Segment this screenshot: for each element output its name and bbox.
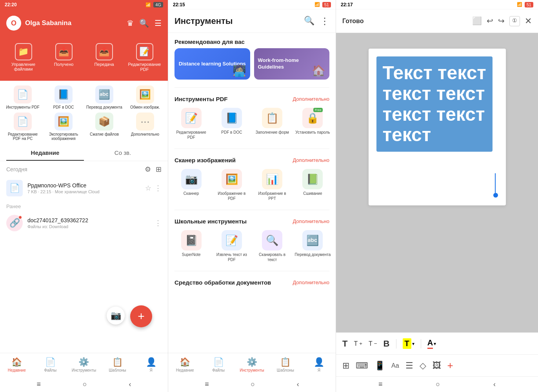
p2-banner-distance[interactable]: Distance learning Solutions 👩‍💻	[174, 48, 250, 80]
p2-tool-img-ppt[interactable]: 📊 Изображение в PPT	[253, 167, 291, 203]
p1-received-icon: 📥	[55, 43, 73, 60]
p3-close-icon[interactable]: ✕	[525, 16, 532, 26]
p3-tb2-image[interactable]: 🖼	[433, 361, 441, 371]
p3-document[interactable]: Текст тексттекст тексттекст тексттекст	[369, 49, 506, 205]
p2-banner-wfh[interactable]: Work-from-home Guidelines 🏠	[254, 48, 330, 80]
p2-pdf-more[interactable]: Дополнительно	[293, 96, 329, 102]
p1-crown-icon[interactable]: ♛	[127, 18, 134, 28]
p3-tb-sep2	[421, 339, 421, 348]
p1-more-icon2[interactable]: ⋮	[154, 184, 162, 192]
p3-tb2-list[interactable]: ☰	[405, 361, 413, 371]
p2-tool-extract-text[interactable]: 📝 Извлечь текст из PDF	[213, 228, 251, 265]
p1-nav-files-icon: 📄	[45, 357, 56, 367]
p1-sec-export[interactable]: 🖼️ Экспортировать изображения	[45, 113, 82, 141]
p1-fab-button[interactable]: +	[130, 305, 152, 327]
p3-sys-back[interactable]: ‹	[493, 380, 496, 388]
p2-tool-fill-forms[interactable]: 📋 Заполнение форм	[253, 105, 291, 142]
p2-sys-menu[interactable]: ≡	[205, 380, 209, 388]
p3-tb2-phone[interactable]: 📱	[374, 361, 385, 371]
p3-undo-icon[interactable]: ↩	[487, 16, 493, 26]
p1-sec-pdf-pc[interactable]: 📄 Редактирование PDF на PC	[4, 113, 42, 141]
p3-tb2-plus[interactable]: +	[447, 359, 453, 372]
p1-menu-icon[interactable]: ☰	[154, 18, 162, 28]
p1-sys-home[interactable]: ○	[83, 380, 87, 388]
p2-sys-home[interactable]: ○	[251, 380, 255, 388]
p3-tb-text-down[interactable]: T−	[369, 340, 377, 347]
p3-page-icon[interactable]: ⬜	[472, 16, 482, 26]
tab-starred[interactable]: Со зв.	[84, 145, 162, 161]
p2-school-more[interactable]: Дополнительно	[293, 218, 329, 224]
p1-sec-compress[interactable]: 📦 Сжатие файлов	[85, 113, 123, 141]
p1-action-transfer[interactable]: 📤 Передача	[85, 41, 124, 74]
p3-sys-home[interactable]: ○	[436, 380, 440, 388]
p1-star-icon[interactable]: ☆	[145, 184, 151, 192]
p2-tool-pdf-doc[interactable]: 📘 PDF в DOC	[213, 105, 251, 142]
p1-sec-image[interactable]: 🖼️ Обмен изображ.	[126, 85, 164, 109]
p2-tool-scanner[interactable]: 📷 Сканнер	[172, 167, 210, 203]
p1-sec-pdf-tools[interactable]: 📄 Инструменты PDF	[4, 85, 42, 109]
p2-docproc-more[interactable]: Дополнительно	[293, 279, 329, 285]
p1-action-pdf-edit[interactable]: 📝 Редактирование PDF	[125, 41, 164, 74]
p1-action-manage[interactable]: 📁 Управление файлами	[4, 41, 43, 74]
p1-search-icon[interactable]: 🔍	[139, 18, 149, 28]
p3-tb-bold[interactable]: B	[384, 339, 390, 349]
p1-nav-recent[interactable]: 🏠 Недавние	[0, 353, 34, 376]
p1-more-icon: ···	[136, 113, 154, 131]
p1-manage-icon: 📁	[15, 43, 32, 60]
p1-older-more-icon[interactable]: ⋮	[154, 219, 162, 227]
p2-nav-templates[interactable]: 📋 Шаблоны	[269, 353, 302, 376]
p1-nav-me-icon: 👤	[146, 357, 156, 367]
p3-tb2-grid[interactable]: ⊞	[342, 361, 349, 371]
p2-tool-password[interactable]: 🔒 Free Установить пароль	[294, 105, 332, 142]
p1-sec-translate[interactable]: 🔤 Перевод документа	[85, 85, 123, 109]
p3-sys-menu[interactable]: ≡	[378, 380, 383, 388]
p2-sys-back[interactable]: ‹	[297, 380, 299, 388]
p3-cursor-handle[interactable]	[493, 173, 498, 198]
p1-action-received[interactable]: 📥 Получено	[44, 41, 83, 74]
p2-tool-scan-text[interactable]: 🔍 Сканировать в текст	[253, 228, 291, 265]
p2-tool-translate-doc[interactable]: 🔤 Перевод документа	[294, 228, 332, 265]
p3-tb-text-up[interactable]: T+	[354, 340, 362, 347]
p2-tool-stitching[interactable]: 📗 Сшивание	[294, 167, 332, 203]
p2-nav-files[interactable]: 📄 Файлы	[202, 353, 235, 376]
p1-nav-me[interactable]: 👤 Я	[134, 353, 168, 376]
p2-nav-me[interactable]: 👤 Я	[302, 353, 336, 376]
p2-search-icon[interactable]: 🔍	[304, 16, 314, 27]
p2-tool-pdf-edit[interactable]: 📝 Редактирование PDF	[172, 105, 210, 142]
p1-nav-templates[interactable]: 📋 Шаблоны	[101, 353, 134, 376]
p1-sys-menu[interactable]: ≡	[36, 380, 41, 388]
p3-tb-highlight[interactable]: T ▾	[403, 338, 414, 349]
p2-tool-supernote[interactable]: 📓 SuperNote	[172, 228, 210, 265]
p2-tool-img-pdf[interactable]: 🖼️ Изображение в PDF	[213, 167, 251, 203]
p1-nav-files[interactable]: 📄 Файлы	[34, 353, 67, 376]
p2-more-icon[interactable]: ⋮	[320, 16, 329, 27]
p3-tb2-keyboard[interactable]: ⌨	[356, 361, 368, 371]
p3-tb-text-size[interactable]: T	[342, 339, 347, 349]
p1-sec-more[interactable]: ··· Дополнительно	[126, 113, 164, 141]
p2-nav-recent[interactable]: 🏠 Недавние	[168, 353, 202, 376]
p1-sys-back[interactable]: ‹	[129, 380, 131, 388]
p3-page-num-icon[interactable]: ①	[509, 16, 520, 26]
p3-done-button[interactable]: Готово	[342, 18, 364, 25]
p1-older-file-info: doc2740127_639362722 Файлы из: Download	[27, 217, 150, 229]
p3-tb2-fontsize[interactable]: Aa	[391, 362, 399, 369]
p1-nav-tools[interactable]: ⚙️ Инструменты	[67, 353, 101, 376]
tab-recent[interactable]: Недавние	[6, 145, 84, 161]
p1-header: O Olga Sabanina ♛ 🔍 ☰	[0, 9, 168, 37]
p2-nav-tools[interactable]: ⚙️ Инструменты	[235, 353, 269, 376]
p2-scanner-more[interactable]: Дополнительно	[293, 157, 329, 163]
p1-sec-pdf-doc[interactable]: 📘 PDF в DOC	[45, 85, 82, 109]
p3-font-color-bar	[427, 348, 433, 349]
p3-tb-font-color[interactable]: A ▾	[427, 338, 436, 349]
p1-recent-file[interactable]: 📄 Ррдмполоо-WPS Office 7 KB · 22:15 · Мо…	[0, 176, 168, 200]
p1-grid-icon[interactable]: ⊞	[156, 165, 162, 174]
p1-signal: 📶	[145, 2, 151, 7]
p3-header-icons: ⬜ ↩ ↪ ① ✕	[472, 16, 532, 26]
p1-filter-icon[interactable]: ⚙	[145, 165, 151, 174]
p3-tb2-diamond[interactable]: ◇	[420, 361, 426, 371]
p2-divider4	[174, 271, 329, 271]
p2-fill-forms-icon: 📋	[262, 108, 282, 128]
p1-camera-button[interactable]: 📷	[107, 307, 125, 325]
p3-redo-icon[interactable]: ↪	[498, 16, 505, 26]
p1-older-file[interactable]: 🔗 doc2740127_639362722 Файлы из: Downloa…	[0, 211, 168, 235]
